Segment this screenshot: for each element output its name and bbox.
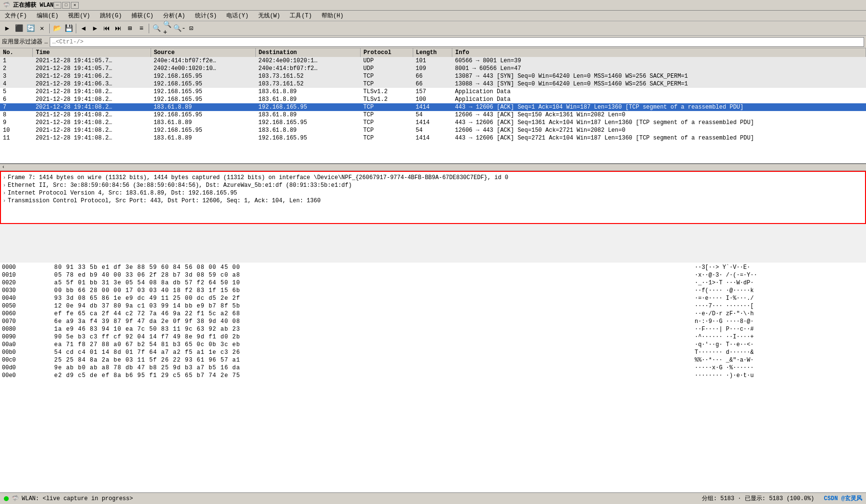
hex-row: 00d09e ab b0 ab a8 78 db 47 b8 25 9d b3 … [2, 364, 864, 372]
table-cell: 2 [0, 65, 33, 72]
expand-arrow-icon: › [3, 183, 6, 188]
menu-item-h[interactable]: 帮助(H) [319, 11, 347, 21]
minimize-button[interactable]: ─ [54, 2, 61, 9]
hex-ascii: ·x··@·3· /·(·=·Y·· [695, 271, 864, 279]
hex-offset: 0050 [2, 302, 54, 310]
hex-ascii: n·:·9··G ····8·@· [695, 318, 864, 325]
protocol-line[interactable]: › Frame 7: 1414 bytes on wire (11312 bit… [3, 174, 863, 182]
menu-item-f[interactable]: 文件(F) [2, 11, 30, 21]
hex-bytes: 25 25 84 8a 2a be 03 11 5f 26 22 93 61 9… [54, 356, 695, 364]
toolbar-ff-back-btn[interactable]: ⏮ [101, 23, 112, 34]
status-bar: 🦈 WLAN: <live capture in progress> 分组: 5… [0, 492, 866, 504]
protocol-details[interactable]: › Frame 7: 1414 bytes on wire (11312 bit… [0, 171, 866, 224]
packet-list[interactable]: No. Time Source Destination Protocol Len… [0, 48, 866, 164]
hex-ascii: ··f(···· ·@·····k [695, 287, 864, 294]
hex-offset: 0070 [2, 318, 54, 325]
toolbar-btn2[interactable]: ≡ [136, 23, 147, 34]
table-cell: 192.168.165.95 [255, 119, 360, 126]
hex-row: 00b054 cd c4 01 14 8d 01 7f 64 a7 a2 f5 … [2, 349, 864, 356]
col-time: Time [33, 48, 151, 57]
menu-item-c[interactable]: 捕获(C) [128, 11, 156, 21]
menu-item-g[interactable]: 跳转(G) [97, 11, 125, 21]
table-row[interactable]: 42021-12-28 19:41:06.3…192.168.165.95103… [0, 80, 866, 88]
table-row[interactable]: 92021-12-28 19:41:08.2…183.61.8.89192.16… [0, 119, 866, 126]
table-row[interactable]: 22021-12-28 19:41:05.7…2402:4e00:1020:10… [0, 65, 866, 72]
expand-arrow-icon: › [3, 175, 6, 181]
table-cell: 192.168.165.95 [255, 103, 360, 111]
table-row[interactable]: 12021-12-28 19:41:05.7…240e:414:bf07:f2e… [0, 57, 866, 65]
hex-table-body: 000080 91 33 5b e1 df 3e 88 59 60 84 56 … [2, 264, 864, 379]
title-icon: 🦈 [3, 1, 10, 9]
toolbar-fwd-btn[interactable]: ▶ [90, 23, 100, 34]
menu-item-s[interactable]: 统计(S) [192, 11, 220, 21]
table-cell: 192.168.165.95 [151, 111, 255, 119]
toolbar-save-btn[interactable]: 💾 [63, 23, 74, 34]
table-row[interactable]: 112021-12-28 19:41:08.2…183.61.8.89192.1… [0, 134, 866, 142]
filter-input[interactable] [50, 37, 864, 47]
hex-row: 000080 91 33 5b e1 df 3e 88 59 60 84 56 … [2, 264, 864, 271]
maximize-button[interactable]: □ [62, 2, 70, 9]
hex-table: 000080 91 33 5b e1 df 3e 88 59 60 84 56 … [2, 264, 864, 379]
toolbar-zoom-out-btn[interactable]: 🔍- [174, 23, 185, 34]
title-bar: 🦈 正在捕获 WLAN ─ □ ✕ [0, 0, 866, 11]
protocol-line[interactable]: › Ethernet II, Src: 3e:88:59:60:84:56 (3… [3, 182, 863, 189]
menu-bar: 文件(F)编辑(E)视图(V)跳转(G)捕获(C)分析(A)统计(S)电话(Y)… [0, 11, 866, 21]
toolbar-restart-btn[interactable]: 🔄 [25, 23, 36, 34]
table-cell: 60566 → 8001 Len=39 [452, 57, 866, 65]
table-cell: 443 → 12606 [ACK] Seq=1361 Ack=104 Win=1… [452, 119, 866, 126]
hex-bytes: e2 d9 c5 de ef 8a b6 95 f1 29 c5 65 b7 7… [54, 372, 695, 379]
col-len: Length [413, 48, 452, 57]
hex-ascii: ·_··1>·T ···W·dP· [695, 279, 864, 287]
close-button[interactable]: ✕ [71, 2, 79, 9]
table-row[interactable]: 62021-12-28 19:41:08.2…192.168.165.95183… [0, 96, 866, 103]
menu-item-e[interactable]: 编辑(E) [34, 11, 62, 21]
toolbar-ff-fwd-btn[interactable]: ⏭ [113, 23, 124, 34]
table-cell: TCP [361, 72, 413, 80]
table-cell: 192.168.165.95 [151, 96, 255, 103]
table-cell: 157 [413, 88, 452, 96]
col-info: Info [452, 48, 866, 57]
hex-offset: 00a0 [2, 341, 54, 349]
toolbar-btn1[interactable]: ⊞ [125, 23, 135, 34]
table-cell: 183.61.8.89 [255, 96, 360, 103]
table-cell: 2021-12-28 19:41:08.2… [33, 88, 151, 96]
protocol-line-text: Transmission Control Protocol, Src Port:… [8, 197, 321, 204]
table-row[interactable]: 102021-12-28 19:41:08.2…192.168.165.9518… [0, 126, 866, 134]
expand-arrow-icon: › [3, 198, 6, 204]
menu-item-w[interactable]: 无线(W) [255, 11, 283, 21]
table-cell: 2402:4e00:1020:1… [255, 57, 360, 65]
toolbar-start-btn[interactable]: ▶ [2, 23, 13, 34]
toolbar-back-btn[interactable]: ◀ [78, 23, 89, 34]
table-row[interactable]: 72021-12-28 19:41:08.2…183.61.8.89192.16… [0, 103, 866, 111]
menu-item-v[interactable]: 视图(V) [65, 11, 93, 21]
hex-ascii: ·^······ ··I····+ [695, 333, 864, 341]
protocol-line[interactable]: › Transmission Control Protocol, Src Por… [3, 197, 863, 205]
table-cell: 183.61.8.89 [151, 103, 255, 111]
table-cell: TCP [361, 126, 413, 134]
hex-offset: 0040 [2, 294, 54, 302]
menu-item-y[interactable]: 电话(Y) [223, 11, 251, 21]
hex-bytes: ef fe 65 ca 2f 44 c2 72 7a 46 9a 22 f1 5… [54, 310, 695, 318]
toolbar-filter-btn[interactable]: 🔍 [151, 23, 162, 34]
table-cell: 2021-12-28 19:41:08.2… [33, 119, 151, 126]
table-cell: 12606 → 443 [ACK] Seq=150 Ack=2721 Win=2… [452, 126, 866, 134]
table-row[interactable]: 32021-12-28 19:41:06.2…192.168.165.95103… [0, 72, 866, 80]
toolbar-zoom-fit-btn[interactable]: ⊡ [186, 23, 196, 34]
table-cell: 5 [0, 88, 33, 96]
scroll-arrow-icon: ‹ [2, 165, 5, 170]
table-row[interactable]: 52021-12-28 19:41:08.2…192.168.165.95183… [0, 88, 866, 96]
menu-item-a[interactable]: 分析(A) [160, 11, 188, 21]
menu-item-t[interactable]: 工具(T) [287, 11, 315, 21]
hex-bytes: ea 71 f8 27 88 a0 67 b2 54 81 b3 65 0c 0… [54, 341, 695, 349]
table-cell: TCP [361, 111, 413, 119]
toolbar-close-btn[interactable]: ✕ [37, 23, 47, 34]
hex-row: 001005 78 ed b9 40 00 33 06 2f 28 b7 3d … [2, 271, 864, 279]
table-row[interactable]: 82021-12-28 19:41:08.2…192.168.165.95183… [0, 111, 866, 119]
table-cell: 192.168.165.95 [151, 88, 255, 96]
toolbar-zoom-in-btn[interactable]: 🔍+ [163, 23, 173, 34]
hex-dump[interactable]: 000080 91 33 5b e1 df 3e 88 59 60 84 56 … [0, 263, 866, 492]
toolbar-stop-btn[interactable]: ⬛ [14, 23, 24, 34]
toolbar-open-btn[interactable]: 📂 [52, 23, 62, 34]
protocol-line[interactable]: › Internet Protocol Version 4, Src: 183.… [3, 189, 863, 197]
hex-bytes: 90 5e b3 c3 ff cf 92 04 14 f7 49 8e 9d f… [54, 333, 695, 341]
